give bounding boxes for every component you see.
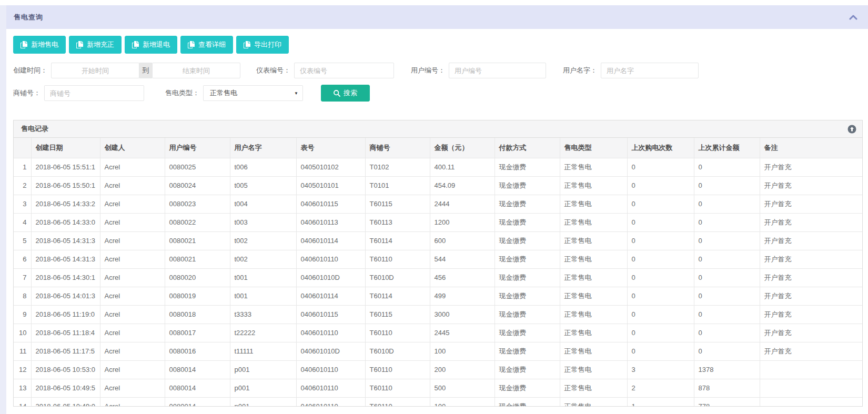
table-row[interactable]: 52018-06-05 14:31:3Acrel0080021t00204060… [14, 231, 862, 250]
cell: 0 [627, 176, 694, 195]
cell: 2444 [430, 195, 494, 213]
cell: 开户首充 [760, 250, 862, 268]
cell: 0080016 [165, 342, 230, 360]
table-row[interactable]: 32018-06-05 14:33:2Acrel0080023t00404060… [14, 195, 862, 213]
add-recharge-button[interactable]: 新增充正 [69, 36, 122, 54]
page: 售电查询 新增售电 新增充正 新增退电 查看详细 [0, 0, 868, 414]
cell: 100 [430, 342, 494, 360]
sale-type-selected-value: 正常售电 [210, 88, 237, 98]
export-print-label: 导出打印 [254, 40, 281, 49]
cell: 544 [430, 250, 494, 268]
row-index-cell: 1 [14, 158, 31, 176]
cell: 0405010101 [296, 176, 365, 195]
row-index-cell: 11 [14, 342, 31, 360]
column-header: 用户名字 [230, 138, 296, 158]
cell: T60114 [365, 287, 430, 305]
cell: 开户首充 [760, 268, 862, 287]
table-row[interactable]: 82018-06-05 14:01:3Acrel0080019t00104060… [14, 287, 862, 305]
chevron-up-icon[interactable] [849, 15, 857, 20]
cell: T60110 [365, 250, 430, 268]
table-row[interactable]: 122018-06-05 10:53:0Acrel0080014p0010406… [14, 360, 862, 379]
cell: 0406010114 [296, 287, 365, 305]
cell: T60114 [365, 231, 430, 250]
table-row[interactable]: 112018-06-05 11:17:5Acrel0080016t1111104… [14, 342, 862, 360]
cell: Acrel [100, 305, 165, 324]
cell: t006 [230, 158, 296, 176]
cell: 0 [627, 250, 694, 268]
cell: 2018-06-05 10:49:5 [31, 379, 100, 397]
cell: 正常售电 [560, 158, 627, 176]
cell: 开户首充 [760, 176, 862, 195]
cell: 0 [627, 213, 694, 231]
meter-no-input[interactable] [294, 63, 394, 78]
circle-arrow-up-icon[interactable] [847, 125, 856, 134]
add-sale-button[interactable]: 新增售电 [13, 36, 66, 54]
sale-type-select[interactable]: 正常售电 ▼ [203, 85, 303, 101]
table-row[interactable]: 12018-06-05 15:51:1Acrel0080025t00604050… [14, 158, 862, 176]
search-button[interactable]: 搜索 [321, 85, 370, 102]
cell: 0 [627, 342, 694, 360]
cell: 正常售电 [560, 324, 627, 342]
cell: 正常售电 [560, 195, 627, 213]
add-recharge-label: 新增充正 [87, 40, 114, 49]
cell: p001 [230, 360, 296, 379]
cell: t001 [230, 268, 296, 287]
start-time-input[interactable] [51, 63, 139, 78]
cell: 开户首充 [760, 342, 862, 360]
cell: 0080018 [165, 305, 230, 324]
cell: 现金缴费 [494, 158, 560, 176]
cell: 正常售电 [560, 176, 627, 195]
table-row[interactable]: 142018-06-05 10:49:0Acrel0080014p0010406… [14, 397, 862, 407]
cell: 现金缴费 [494, 213, 560, 231]
user-no-input[interactable] [449, 63, 546, 78]
cell: 2018-06-05 10:53:0 [31, 360, 100, 379]
column-header: 创建日期 [31, 138, 100, 158]
cell: 现金缴费 [494, 379, 560, 397]
cell: Acrel [100, 397, 165, 407]
cell: 2018-06-05 14:33:0 [31, 213, 100, 231]
copy-icon [244, 41, 250, 48]
view-detail-button[interactable]: 查看详细 [180, 36, 233, 54]
copy-icon [76, 41, 83, 48]
records-panel: 售电记录 创建日期创建人用户编号用户名字表号商铺号金额（元）付款方式售电类型上次… [13, 120, 863, 407]
cell: 2018-06-05 14:01:3 [31, 287, 100, 305]
chevron-down-icon: ▼ [294, 91, 298, 96]
cell: T6010D [365, 342, 430, 360]
add-refund-button[interactable]: 新增退电 [125, 36, 177, 54]
cell: 1 [627, 397, 694, 407]
end-time-input[interactable] [152, 63, 240, 78]
left-gutter [0, 5, 6, 414]
export-print-button[interactable]: 导出打印 [236, 36, 289, 54]
table-row[interactable]: 102018-06-05 11:18:4Acrel0080017t2222204… [14, 324, 862, 342]
cell: 开户首充 [760, 231, 862, 250]
table-row[interactable]: 132018-06-05 10:49:5Acrel0080014p0010406… [14, 379, 862, 397]
column-header: 上次购电次数 [627, 138, 694, 158]
cell: T60110 [365, 360, 430, 379]
header-row: 创建日期创建人用户编号用户名字表号商铺号金额（元）付款方式售电类型上次购电次数上… [14, 138, 862, 158]
created-time-label: 创建时间： [13, 66, 47, 75]
cell: T60115 [365, 305, 430, 324]
cell: T0102 [365, 158, 430, 176]
table-row[interactable]: 72018-06-05 14:30:1Acrel0080020t00104060… [14, 268, 862, 287]
shop-no-input[interactable] [44, 85, 144, 101]
cell: 0406010110 [296, 324, 365, 342]
cell: 454.09 [430, 176, 494, 195]
content-area: 新增售电 新增充正 新增退电 查看详细 导出打印 创建时间： 到 [6, 29, 868, 414]
cell: 现金缴费 [494, 305, 560, 324]
table-row[interactable]: 22018-06-05 15:50:1Acrel0080024t00504050… [14, 176, 862, 195]
copy-icon [188, 41, 195, 48]
cell: 600 [430, 231, 494, 250]
column-header: 售电类型 [560, 138, 627, 158]
cell: 3000 [430, 305, 494, 324]
user-name-input[interactable] [601, 63, 699, 78]
add-sale-label: 新增售电 [31, 40, 58, 49]
table-row[interactable]: 92018-06-05 11:19:0Acrel0080018t33330406… [14, 305, 862, 324]
table-row[interactable]: 62018-06-05 14:31:3Acrel0080021t00204060… [14, 250, 862, 268]
cell: 0080021 [165, 231, 230, 250]
row-index-cell: 14 [14, 397, 31, 407]
table-row[interactable]: 42018-06-05 14:33:0Acrel0080022t00304060… [14, 213, 862, 231]
cell: 2 [627, 379, 694, 397]
cell: p001 [230, 397, 296, 407]
cell: 开户首充 [760, 213, 862, 231]
cell: t003 [230, 213, 296, 231]
